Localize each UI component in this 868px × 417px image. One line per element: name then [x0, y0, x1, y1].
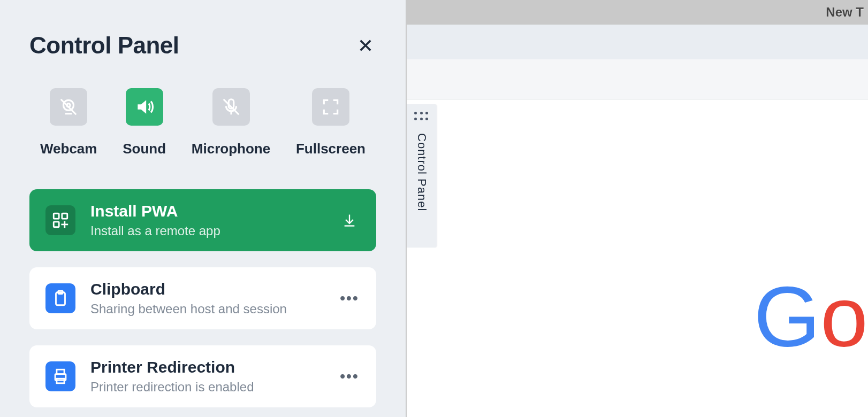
webcam-toggle[interactable]: Webcam	[40, 88, 97, 157]
microphone-label: Microphone	[192, 141, 270, 157]
logo-letter-g: G	[754, 267, 820, 366]
printer-card[interactable]: Printer Redirection Printer redirection …	[29, 345, 376, 407]
sound-toggle[interactable]: Sound	[123, 88, 166, 157]
svg-rect-4	[62, 213, 67, 219]
clipboard-sub: Sharing between host and session	[90, 302, 324, 316]
pwa-sub: Install as a remote app	[90, 223, 324, 238]
browser-toolbar[interactable]	[407, 25, 868, 59]
fullscreen-label: Fullscreen	[296, 141, 366, 157]
svg-rect-9	[57, 369, 64, 374]
webcam-label: Webcam	[40, 141, 97, 157]
svg-rect-5	[54, 222, 59, 227]
clipboard-title: Clipboard	[90, 280, 324, 298]
printer-title: Printer Redirection	[90, 358, 324, 376]
control-panel: Control Panel Webcam Sound	[0, 0, 407, 417]
pwa-title: Install PWA	[90, 202, 324, 220]
clipboard-icon	[51, 289, 70, 307]
close-button[interactable]	[355, 35, 376, 56]
control-panel-side-tab[interactable]: Control Panel	[407, 104, 437, 248]
pwa-download-button[interactable]	[339, 213, 360, 228]
browser-tab-bar[interactable]: New T	[407, 0, 868, 25]
drag-handle-icon[interactable]	[414, 112, 429, 121]
sound-on-icon	[134, 97, 155, 117]
printer-more-button[interactable]: •••	[339, 368, 360, 385]
toggle-row: Webcam Sound Microphone	[40, 88, 366, 157]
side-tab-label: Control Panel	[415, 133, 429, 211]
sound-label: Sound	[123, 141, 166, 157]
browser-tab-title: New T	[826, 5, 864, 20]
remote-view: New T Control Panel Go	[407, 0, 868, 417]
svg-point-0	[64, 100, 74, 110]
clipboard-more-button[interactable]: •••	[339, 290, 360, 307]
fullscreen-icon	[321, 97, 341, 117]
logo-letter-o: o	[820, 267, 868, 366]
microphone-off-icon	[221, 97, 241, 117]
microphone-toggle[interactable]: Microphone	[192, 88, 270, 157]
panel-title: Control Panel	[29, 32, 179, 59]
printer-sub: Printer redirection is enabled	[90, 380, 324, 395]
panel-header: Control Panel	[29, 32, 376, 59]
app-add-icon	[51, 211, 70, 229]
fullscreen-toggle[interactable]: Fullscreen	[296, 88, 366, 157]
printer-icon	[51, 367, 70, 385]
more-icon: •••	[340, 290, 359, 307]
install-pwa-card[interactable]: Install PWA Install as a remote app	[29, 189, 376, 251]
close-icon	[358, 38, 373, 53]
svg-rect-3	[54, 213, 59, 219]
google-logo-fragment: Go	[754, 267, 868, 366]
clipboard-card[interactable]: Clipboard Sharing between host and sessi…	[29, 267, 376, 329]
webcam-off-icon	[58, 97, 79, 117]
download-icon	[342, 213, 357, 228]
browser-subbar	[407, 59, 868, 99]
more-icon: •••	[340, 368, 359, 385]
